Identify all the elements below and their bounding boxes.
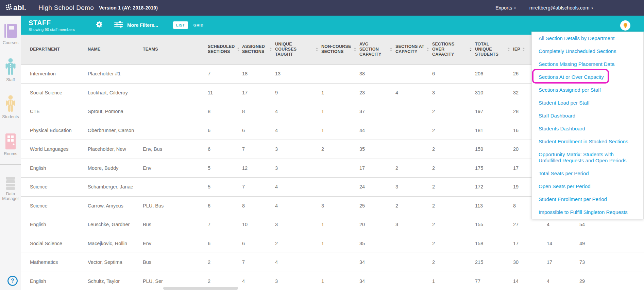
table-cell: 24: [359, 184, 395, 189]
report-link-student-load-per-staff[interactable]: Student Load per Staff: [532, 96, 643, 109]
table-cell: 2: [432, 146, 475, 152]
report-link-opportunity-matrix-students-with-unfulfilled-requests-and-open-periods[interactable]: Opportunity Matrix: Students with Unfulf…: [532, 148, 643, 167]
horizontal-scrollbar[interactable]: [163, 287, 238, 290]
table-cell: 2: [208, 278, 242, 284]
column-header-avg-section-capacity[interactable]: AVG SECTION CAPACITY: [359, 42, 395, 57]
table-cell: 11: [208, 90, 242, 95]
table-cell: 7: [242, 146, 275, 152]
sort-arrows-icon: [390, 48, 392, 51]
sidebar-item-data-manager[interactable]: Data Manager: [0, 172, 21, 201]
column-header-scheduled-sections[interactable]: SCHEDULED SECTIONS: [208, 44, 242, 54]
abl-logo-text: abl.: [13, 3, 26, 12]
table-cell: 17: [242, 90, 275, 95]
table-cell: 1: [321, 278, 359, 284]
door-icon: [4, 132, 17, 150]
table-cell: 6: [208, 241, 242, 246]
column-header-name: NAME: [88, 47, 143, 52]
report-link-sections-missing-placement-data[interactable]: Sections Missing Placement Data: [532, 58, 643, 71]
report-link-sections-assigned-per-staff[interactable]: Sections Assigned per Staff: [532, 84, 643, 96]
table-row[interactable]: Social ScienceMacejkovic, RollinEnv66213…: [21, 234, 644, 253]
column-settings-button[interactable]: [96, 21, 103, 29]
exports-menu[interactable]: Exports▾: [495, 5, 516, 11]
table-cell: 2: [432, 109, 475, 114]
report-link-staff-dashboard[interactable]: Staff Dashboard: [532, 109, 643, 122]
table-cell: 44: [359, 128, 395, 133]
table-cell: Bus: [143, 259, 208, 265]
sidebar-item-courses[interactable]: Courses: [0, 21, 21, 45]
table-cell: 6: [208, 203, 242, 209]
table-cell: 37: [359, 109, 395, 114]
report-link-all-section-details-by-department[interactable]: All Section Details by Department: [532, 32, 643, 45]
table-cell: 4: [275, 128, 321, 133]
table-row[interactable]: MathematicsVector, SeptimaBus27434221530…: [21, 253, 644, 272]
reports-lightbulb-button[interactable]: [620, 20, 630, 31]
table-cell: 27: [513, 222, 547, 227]
column-header-non-course-sections[interactable]: NON-COURSE SECTIONS: [321, 44, 359, 54]
abl-logo[interactable]: abl.: [6, 3, 26, 12]
report-link-students-dashboard[interactable]: Students Dashboard: [532, 122, 643, 135]
table-cell: 14: [513, 278, 547, 284]
table-cell: 6: [242, 128, 275, 133]
column-header-sections-at-capacity[interactable]: SECTIONS AT CAPACITY: [395, 44, 432, 54]
table-cell: 49: [579, 241, 644, 246]
table-cell: 4: [275, 203, 321, 209]
column-header-sections-over-capacity[interactable]: SECTIONS OVER CAPACITY: [432, 42, 475, 57]
table-cell: 8: [242, 109, 275, 114]
table-cell: 23: [359, 90, 395, 95]
table-cell: 3: [275, 278, 321, 284]
table-cell: 3: [275, 146, 321, 152]
list-view-toggle[interactable]: LIST: [173, 21, 188, 29]
column-header-unique-courses-taught[interactable]: UNIQUE COURSES TAUGHT: [275, 42, 321, 57]
table-cell: Leuschke, Gardner: [88, 222, 143, 227]
table-cell: 2: [432, 184, 475, 189]
table-cell: Science: [21, 203, 88, 209]
table-cell: 7: [208, 71, 242, 76]
table-cell: 2: [432, 165, 475, 171]
more-filters-button[interactable]: More Filters...: [114, 21, 158, 29]
table-cell: 4: [275, 109, 321, 114]
table-cell: 7: [242, 184, 275, 189]
table-cell: Carrow, Amycus: [88, 203, 143, 209]
column-header-total-unique-students[interactable]: TOTAL UNIQUE STUDENTS: [475, 42, 513, 57]
book-icon: [4, 21, 17, 39]
table-cell: Social Science: [21, 90, 88, 95]
table-cell: 158: [475, 241, 513, 246]
table-row[interactable]: EnglishSchultz, TaylorPLU, Ser2431341771…: [21, 272, 644, 290]
table-cell: 5: [208, 184, 242, 189]
table-cell: 2: [395, 165, 432, 171]
sort-arrows-icon: [508, 48, 510, 51]
top-navbar: abl. High School Demo Version 1 (AY: 201…: [0, 0, 644, 16]
report-link-student-enrollment-in-stacked-sections[interactable]: Student Enrollment in Stacked Sections: [532, 135, 643, 148]
sidebar-item-students[interactable]: Students: [0, 95, 21, 119]
table-cell: English: [21, 222, 88, 227]
table-cell: 77: [475, 278, 513, 284]
table-cell: 172: [475, 184, 513, 189]
table-cell: 1: [432, 278, 475, 284]
table-cell: Env, Bus: [143, 146, 208, 152]
account-menu[interactable]: mrettberg@ablschools.com▾: [529, 5, 593, 11]
table-cell: 3: [275, 222, 321, 227]
sort-arrows-icon: [316, 48, 318, 51]
column-header-teams: TEAMS: [143, 47, 208, 52]
column-header-assigned-sections[interactable]: ASSIGNED SECTIONS: [242, 44, 275, 54]
table-cell: 6: [242, 241, 275, 246]
table-cell: 17: [359, 165, 395, 171]
report-link-completely-unscheduled-sections[interactable]: Completely Unscheduled Sections: [532, 45, 643, 58]
help-button[interactable]: ?: [7, 276, 18, 286]
staff-count-label: Showing 90 staff members: [29, 28, 75, 32]
table-cell: 6: [432, 71, 475, 76]
report-link-student-enrollment-per-period[interactable]: Student Enrollment per Period: [532, 193, 643, 206]
table-cell: 17: [513, 241, 547, 246]
report-link-impossible-to-fulfill-singleton-requests[interactable]: Impossible to Fulfill Singleton Requests: [532, 206, 643, 219]
table-cell: 2: [275, 241, 321, 246]
sidebar-item-rooms[interactable]: Rooms: [0, 132, 21, 156]
grid-view-toggle[interactable]: GRID: [193, 23, 204, 27]
schedule-title: High School Demo: [38, 4, 94, 12]
report-link-open-seats-per-period[interactable]: Open Seats per Period: [532, 180, 643, 193]
table-cell: 4: [275, 184, 321, 189]
table-cell: PLU, Ser: [143, 278, 208, 284]
sidebar-item-staff[interactable]: Staff: [0, 58, 21, 82]
report-link-total-seats-per-period[interactable]: Total Seats per Period: [532, 167, 643, 180]
table-cell: 1: [321, 90, 359, 95]
report-link-sections-at-or-over-capacity[interactable]: Sections At or Over Capacity: [532, 71, 643, 84]
